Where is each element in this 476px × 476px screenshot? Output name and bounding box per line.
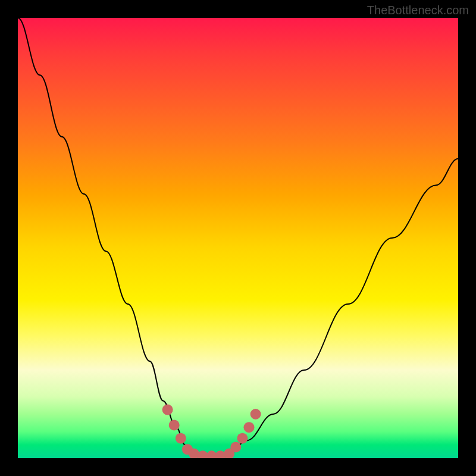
valley-dot: [230, 442, 241, 453]
valley-dot: [169, 420, 180, 431]
valley-dot: [162, 405, 173, 415]
attribution-text: TheBottleneck.com: [367, 4, 469, 17]
bottleneck-curve-right: [203, 159, 458, 458]
chart-plot-area: [18, 18, 458, 458]
bottleneck-curve-left: [18, 18, 212, 458]
valley-dot: [176, 433, 186, 444]
valley-dot: [237, 433, 248, 444]
valley-dot: [250, 409, 261, 419]
valley-marker-dots: [162, 405, 261, 458]
chart-svg-layer: [18, 18, 458, 458]
valley-dot: [244, 422, 255, 433]
